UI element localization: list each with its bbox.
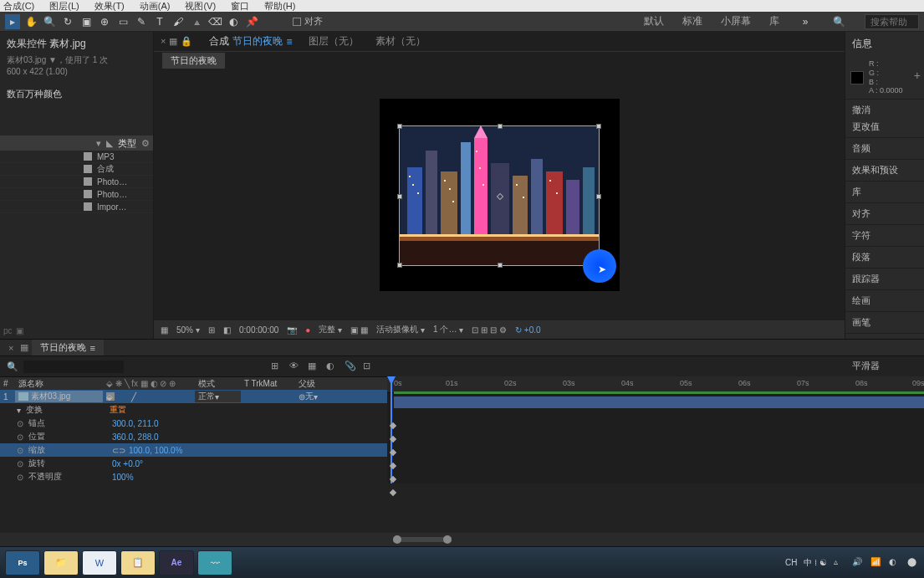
task-photoshop[interactable]: Ps: [5, 550, 40, 575]
timeline-tab[interactable]: 节日的夜晚 ≡: [32, 340, 103, 355]
column-more-icon[interactable]: ⚙: [141, 138, 150, 149]
panel-tracker[interactable]: 跟踪器: [845, 268, 924, 289]
task-recorder[interactable]: 〰: [197, 550, 232, 575]
column-type-header[interactable]: 类型: [118, 137, 136, 150]
close-tl-tab-icon[interactable]: ×: [5, 343, 17, 353]
handle-tl[interactable]: [397, 124, 402, 129]
tab-menu-icon[interactable]: ≡: [286, 36, 292, 48]
transform-header[interactable]: ▾变换重置: [0, 403, 387, 417]
pen-tool[interactable]: ✎: [134, 14, 149, 29]
workspace-library[interactable]: 库: [769, 14, 779, 28]
col-parent[interactable]: 父级: [295, 377, 362, 390]
view-layout-icon[interactable]: ▣ ▦: [350, 325, 368, 335]
views-dropdown[interactable]: 1 个… ▾: [433, 324, 463, 335]
selection-box[interactable]: [399, 125, 600, 266]
panel-effects[interactable]: 效果和预设: [845, 159, 924, 181]
tl-comp-icon[interactable]: ⊞: [271, 361, 283, 372]
handle-bm[interactable]: [498, 263, 503, 268]
project-row[interactable]: Impor…: [0, 201, 153, 213]
col-trkmat[interactable]: T TrkMat: [241, 377, 295, 390]
prop-scale[interactable]: ⊙缩放⊂⊃100.0, 100.0%: [0, 443, 387, 457]
prop-rotation[interactable]: ⊙旋转0x +0.0°: [0, 457, 387, 470]
selection-tool[interactable]: ▸: [5, 14, 20, 29]
menu-effect[interactable]: 效果(T): [94, 0, 125, 13]
volume-icon[interactable]: 🔊: [852, 557, 864, 569]
task-word[interactable]: W: [82, 550, 117, 575]
timeline-track-area[interactable]: 0s 01s 02s 03s 04s 05s 06s 07s 08s 09s: [387, 376, 924, 483]
menu-animation[interactable]: 动画(A): [140, 0, 171, 13]
time-ruler[interactable]: 0s 01s 02s 03s 04s 05s 06s 07s 08s 09s: [387, 376, 924, 393]
handle-tr[interactable]: [596, 124, 601, 129]
layer-row[interactable]: 1 素材03.jpg ⬙╱ 正常 ▾ ⊚ 无 ▾: [0, 390, 387, 403]
panel-align[interactable]: 对齐: [845, 202, 924, 224]
tl-shy-icon[interactable]: 👁: [289, 361, 301, 372]
pixel-aspect-icon[interactable]: ⊡ ⊞ ⊟ ⚙: [472, 325, 506, 335]
tray-icon-2[interactable]: ◐: [889, 557, 901, 569]
pan-behind-tool[interactable]: ⊕: [97, 14, 112, 29]
col-num[interactable]: #: [0, 377, 15, 390]
panel-character[interactable]: 字符: [845, 224, 924, 246]
add-panel-icon[interactable]: +: [914, 69, 921, 82]
tab-menu-icon[interactable]: ≡: [89, 343, 94, 353]
shape-tool[interactable]: ▭: [115, 14, 130, 29]
handle-bl[interactable]: [397, 263, 402, 268]
tray-icon[interactable]: ▵: [834, 557, 845, 569]
prop-anchor[interactable]: ⊙锚点300.0, 211.0: [0, 417, 387, 430]
breadcrumb-comp[interactable]: 节日的夜晚: [162, 53, 225, 69]
search-help-input[interactable]: [865, 14, 919, 29]
lock-icon[interactable]: ▦: [169, 36, 177, 47]
workspace-more-icon[interactable]: »: [798, 14, 813, 29]
tab-layer[interactable]: 图层（无）: [309, 34, 359, 49]
camera-tool[interactable]: ▣: [79, 14, 94, 29]
label-icon[interactable]: ◣: [106, 138, 113, 149]
project-row[interactable]: Photo…: [0, 176, 153, 188]
col-source[interactable]: 源名称: [15, 377, 103, 390]
project-row[interactable]: Photo…: [0, 188, 153, 201]
tl-brain-icon[interactable]: ⊡: [363, 361, 375, 372]
lock-icon-2[interactable]: 🔒: [181, 36, 192, 47]
ime-status[interactable]: 中 ⁞ ☯: [804, 557, 827, 569]
panel-library[interactable]: 库: [845, 181, 924, 202]
menu-composition[interactable]: 合成(C): [3, 0, 34, 13]
timeline-search[interactable]: [23, 361, 124, 373]
camera-dropdown[interactable]: 活动摄像机 ▾: [376, 324, 425, 335]
panel-brush[interactable]: 画笔: [845, 311, 924, 333]
hand-tool[interactable]: ✋: [23, 14, 38, 29]
ime-ch[interactable]: CH: [785, 558, 797, 567]
tl-motion-blur-icon[interactable]: ◐: [326, 361, 338, 372]
handle-mr[interactable]: [596, 194, 601, 199]
task-explorer[interactable]: 📁: [43, 550, 79, 575]
menu-help[interactable]: 帮助(H): [264, 0, 295, 13]
new-folder-icon[interactable]: ▣: [16, 326, 23, 335]
menu-view[interactable]: 视图(V): [185, 0, 216, 13]
prop-opacity[interactable]: ⊙不透明度100%: [0, 470, 387, 483]
column-toggle-icon[interactable]: ▾: [96, 138, 101, 149]
network-icon[interactable]: 📶: [870, 557, 882, 569]
roi-icon[interactable]: ◧: [223, 325, 231, 335]
task-after-effects[interactable]: Ae: [159, 550, 194, 575]
project-row[interactable]: 合成: [0, 163, 153, 176]
tl-frame-blend-icon[interactable]: ▦: [308, 361, 319, 372]
exposure-control[interactable]: ↻ +0.0: [515, 325, 541, 335]
eraser-tool[interactable]: ⌫: [207, 14, 222, 29]
panel-change[interactable]: 更改值: [845, 120, 924, 137]
brush-tool[interactable]: 🖌: [171, 14, 186, 29]
handle-tm[interactable]: [498, 124, 503, 129]
work-area-bar[interactable]: [394, 391, 924, 394]
rotate-tool[interactable]: ↻: [60, 14, 75, 29]
composition-canvas[interactable]: ➤: [380, 99, 620, 291]
tab-footage[interactable]: 素材（无）: [375, 34, 426, 49]
task-app[interactable]: 📋: [120, 550, 156, 575]
prop-position[interactable]: ⊙位置360.0, 288.0: [0, 430, 387, 443]
grid-toggle-icon[interactable]: ▦: [161, 325, 168, 335]
tray-icon-3[interactable]: ⬤: [907, 557, 919, 569]
anchor-point-icon[interactable]: [496, 192, 503, 199]
panel-paragraph[interactable]: 段落: [845, 246, 924, 268]
zoom-tool[interactable]: 🔍: [42, 14, 57, 29]
resolution-icon[interactable]: ⊞: [208, 325, 215, 335]
project-row[interactable]: MP3: [0, 151, 153, 163]
snap-checkbox[interactable]: [293, 18, 301, 26]
timeline-zoom-slider[interactable]: [393, 537, 452, 542]
panel-undo[interactable]: 撤消: [845, 99, 924, 120]
menu-layer[interactable]: 图层(L): [49, 0, 79, 13]
